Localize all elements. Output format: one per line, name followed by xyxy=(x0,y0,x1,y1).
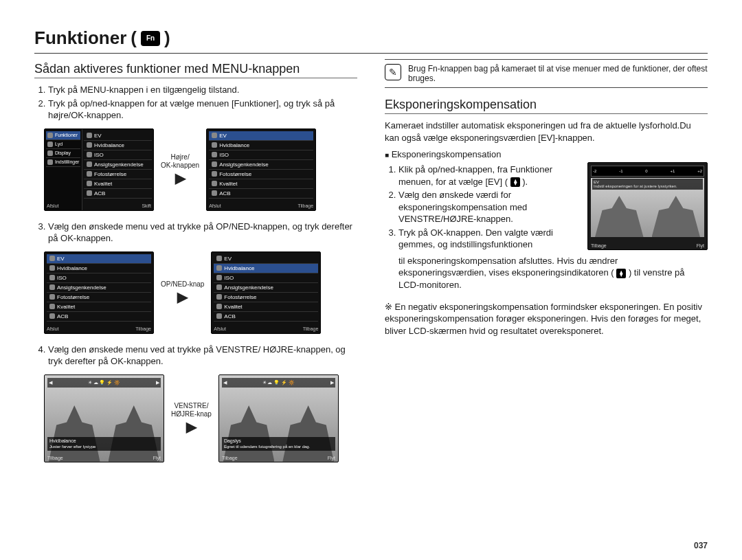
left-steps-1-2: Tryk på MENU-knappen i en tilgængelig ti… xyxy=(34,84,357,122)
left-step1: Tryk på MENU-knappen i en tilgængelig ti… xyxy=(48,84,357,96)
right-column: ✎ Brug Fn-knappen bag på kameraet til at… xyxy=(385,59,708,472)
right-step3: Tryk på OK-knappen. Den valgte værdi gem… xyxy=(398,227,581,251)
pencil-note-icon: ✎ xyxy=(385,64,401,80)
screens-row-3: ◀☀ ☁ 💡 ⚡ 🔆▶ Hvidbalance Juster farver ef… xyxy=(44,374,357,462)
wb-screen-right: ◀☀ ☁ 💡 ⚡ 🔆▶ Dagslys Egnet til udendørs f… xyxy=(218,374,339,462)
right-step1: Klik på op/ned-knappen, fra Funktioner m… xyxy=(398,164,581,188)
arrow-leftright: VENSTRE/ HØJRE-knap ▶ xyxy=(171,402,212,435)
title-text: Funktioner xyxy=(34,27,126,49)
screens-row-1: Funktioner Lyd Display Indstillinger EV … xyxy=(44,128,357,211)
square-bullet-icon: ■ xyxy=(385,151,389,159)
arrow-updown: OP/NED-knap ▶ xyxy=(161,280,204,305)
right-step3-cont: til eksponeringskompensation afsluttes. … xyxy=(385,255,708,291)
right-steps: Klik på op/ned-knappen, fra Funktioner m… xyxy=(385,162,581,252)
open-paren: ( xyxy=(131,27,137,49)
right-footnote: ※ En negativ eksponeringskompensation fo… xyxy=(385,301,708,337)
title-rule xyxy=(34,53,708,54)
right-step2: Vælg den ønskede værdi for eksponeringsk… xyxy=(398,189,581,225)
left-heading: Sådan aktiveres funktioner med MENU-knap… xyxy=(34,62,357,76)
ev-hint-text: Indstil eksponeringen for at justere lys… xyxy=(594,184,677,188)
left-steps-4: Vælg den ønskede menu ved at trykke på V… xyxy=(34,344,357,368)
left-step3: Vælg den ønskede menu ved at trykke på O… xyxy=(48,221,357,245)
close-paren: ) xyxy=(164,27,170,49)
right-heading: Eksponeringskompensation xyxy=(385,98,708,112)
arrow-right-icon: ▶ xyxy=(186,418,196,435)
arrow-right-icon: ▶ xyxy=(177,289,188,305)
menu-screen-left: Funktioner Lyd Display Indstillinger EV … xyxy=(44,128,154,211)
note-box: ✎ Brug Fn-knappen bag på kameraet til at… xyxy=(385,59,708,88)
left-step4: Vælg den ønskede menu ved at trykke på V… xyxy=(48,344,357,368)
left-column: Sådan aktiveres funktioner med MENU-knap… xyxy=(34,59,357,472)
right-intro: Kameraet indstiller automatisk eksponeri… xyxy=(385,120,708,144)
arrow-right-icon: ▶ xyxy=(175,170,186,186)
right-heading-rule xyxy=(385,113,708,114)
fn-icon: Fn xyxy=(141,31,160,46)
left-heading-rule xyxy=(34,78,357,78)
left-step2: Tryk på op/ned-knappen for at vælge menu… xyxy=(48,98,357,122)
updown-screen-right: EV Hvidbalance ISO Ansigtsgenkendelse Fo… xyxy=(211,251,321,334)
ev-preview-screen: -2 -1 0 +1 +2 EV Indstil eksponeringen f… xyxy=(587,162,708,250)
screens-row-2: EV Hvidbalance ISO Ansigtsgenkendelse Fo… xyxy=(44,251,357,334)
page-number: 037 xyxy=(694,541,708,550)
menu-screen-right: EV Hvidbalance ISO Ansigtsgenkendelse Fo… xyxy=(206,128,316,211)
updown-screen-left: EV Hvidbalance ISO Ansigtsgenkendelse Fo… xyxy=(44,251,154,334)
note-text: Brug Fn-knappen bag på kameraet til at v… xyxy=(408,64,708,83)
wb-screen-left: ◀☀ ☁ 💡 ⚡ 🔆▶ Hvidbalance Juster farver ef… xyxy=(44,374,164,462)
page-title: Funktioner ( Fn ) xyxy=(34,27,708,52)
arrow-right-ok: Højre/ OK-knappen ▶ xyxy=(161,153,199,186)
ev-icon: ⧫ xyxy=(616,269,626,278)
ev-subheading: ■ Eksponeringskompensation xyxy=(385,149,708,159)
ev-icon: ⧫ xyxy=(510,177,520,187)
left-steps-3: Vælg den ønskede menu ved at trykke på O… xyxy=(34,221,357,245)
